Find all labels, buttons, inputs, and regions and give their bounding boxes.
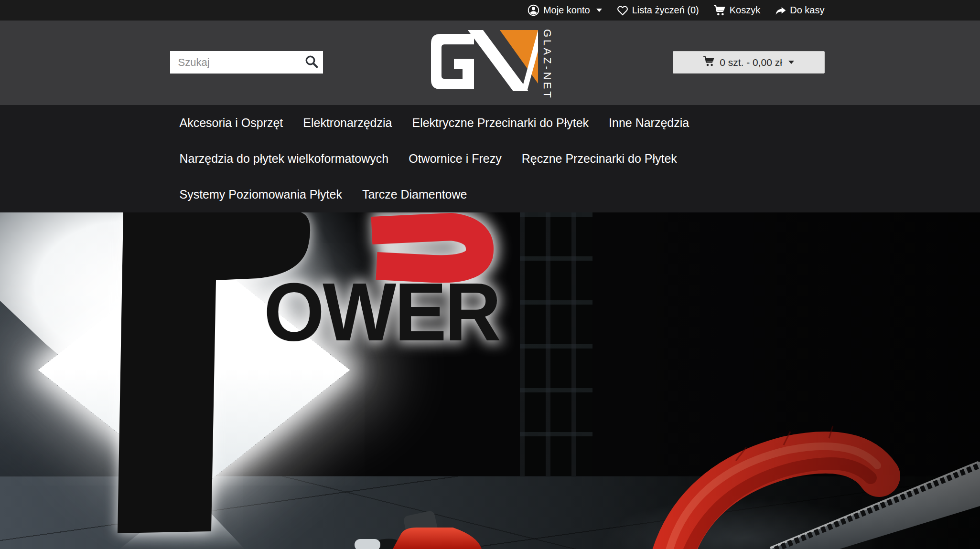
nav-item-systemy-poziomowania-płytek[interactable]: Systemy Poziomowania Płytek — [180, 188, 342, 201]
cutter-head — [355, 510, 482, 549]
logo-vertical-text: GLAZ-NET — [538, 28, 554, 95]
hero-graphics: OWER OWER — [0, 212, 980, 549]
header: GLAZ-NET 0 szt. - 0,00 zł — [0, 21, 980, 105]
power-letters: OWER — [264, 266, 500, 358]
nav-item-ręczne-przecinarki-do-płytek[interactable]: Ręczne Przecinarki do Płytek — [522, 152, 677, 166]
search-icon — [304, 54, 319, 70]
cart-link[interactable]: Koszyk — [713, 0, 760, 21]
nav-item-elektryczne-przecinarki-do-płytek[interactable]: Elektryczne Przecinarki do Płytek — [412, 116, 589, 130]
nav-row: Akcesoria i OsprzętElektronarzędziaElekt… — [180, 105, 825, 141]
power-letter-p — [118, 212, 310, 533]
nav-item-elektronarzędzia[interactable]: Elektronarzędzia — [303, 116, 392, 130]
header-cart-button[interactable]: 0 szt. - 0,00 zł — [673, 51, 825, 74]
search-form — [170, 51, 323, 74]
wishlist-link[interactable]: Lista życzeń (0) — [616, 0, 699, 21]
search-input[interactable] — [170, 51, 323, 74]
nav-item-otwornice-i-frezy[interactable]: Otwornice i Frezy — [409, 152, 501, 166]
topbar: Moje kontoLista życzeń (0)KoszykDo kasy — [0, 0, 980, 21]
nav-item-tarcze-diamentowe[interactable]: Tarcze Diamentowe — [362, 188, 467, 201]
nav-item-narzędzia-do-płytek-wielkoformatowych[interactable]: Narzędzia do płytek wielkoformatowych — [180, 152, 389, 166]
cart-summary: 0 szt. - 0,00 zł — [720, 57, 782, 68]
caret-down-icon — [596, 9, 602, 12]
logo-gn-mark-icon — [426, 28, 538, 96]
logo[interactable]: GLAZ-NET — [426, 28, 554, 96]
search-button[interactable] — [303, 54, 320, 71]
nav-item-inne-narzędzia[interactable]: Inne Narzędzia — [609, 116, 689, 130]
nav-row: Narzędzia do płytek wielkoformatowychOtw… — [180, 141, 825, 177]
account-link[interactable]: Moje konto — [527, 0, 602, 21]
cart-link-label: Koszyk — [730, 0, 760, 21]
forward-arrow-icon — [775, 5, 786, 16]
heart-icon — [616, 4, 629, 16]
checkout-link[interactable]: Do kasy — [775, 0, 824, 21]
cart-icon — [703, 55, 715, 69]
main-nav: Akcesoria i OsprzętElektronarzędziaElekt… — [0, 105, 980, 212]
nav-row: Systemy Poziomowania PłytekTarcze Diamen… — [180, 177, 825, 212]
nav-item-akcesoria-i-osprzęt[interactable]: Akcesoria i Osprzęt — [180, 116, 283, 130]
caret-down-icon — [788, 61, 794, 64]
hero-banner[interactable]: OWER OWER — [0, 212, 980, 549]
account-link-label: Moje konto — [543, 0, 590, 21]
cart-icon — [713, 4, 726, 16]
checkout-link-label: Do kasy — [790, 0, 824, 21]
page: Moje kontoLista życzeń (0)KoszykDo kasy — [0, 0, 980, 549]
wishlist-link-label: Lista życzeń (0) — [632, 0, 699, 21]
user-circle-icon — [527, 4, 540, 17]
